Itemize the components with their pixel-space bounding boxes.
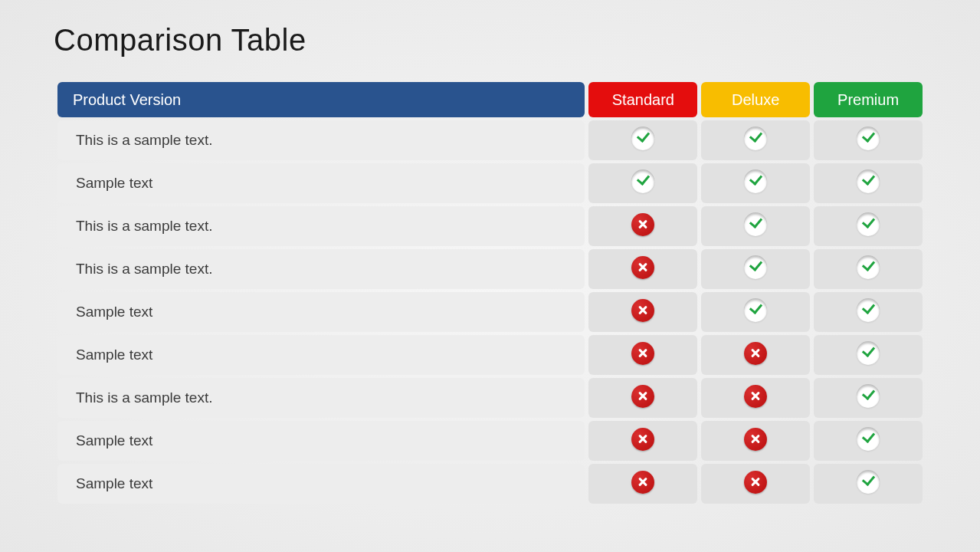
page-title: Comparison Table [54,23,926,58]
feature-label: Sample text [57,292,585,332]
table-row: Sample text [57,335,923,375]
cell-standard [588,206,697,246]
cross-icon [631,341,655,366]
check-icon [743,212,768,237]
cell-premium [814,120,923,160]
table-row: This is a sample text. [57,249,923,289]
cross-icon [631,384,655,409]
cell-premium [814,378,923,418]
table-row: This is a sample text. [57,206,923,246]
check-icon [631,169,655,194]
cell-standard [588,292,697,332]
check-icon [631,127,655,151]
comparison-table: Product Version Standard Deluxe Premium … [54,79,926,507]
check-icon [856,169,880,194]
check-icon [856,212,880,237]
feature-label: This is a sample text. [57,249,585,289]
cell-deluxe [701,163,810,203]
table-row: Sample text [57,292,923,332]
cell-standard [588,120,697,160]
cell-standard [588,335,697,375]
table-row: Sample text [57,421,923,461]
feature-label: Sample text [57,163,585,203]
table-row: Sample text [57,163,923,203]
cell-standard [588,163,697,203]
feature-label: This is a sample text. [57,206,585,246]
check-icon [856,341,880,366]
check-icon [743,127,768,151]
cross-icon [631,212,655,237]
header-deluxe: Deluxe [701,82,810,117]
cell-deluxe [701,120,810,160]
check-icon [743,255,768,280]
cross-icon [743,427,768,452]
cross-icon [743,470,768,495]
cell-deluxe [701,249,810,289]
check-icon [743,169,768,194]
cell-deluxe [701,464,810,504]
cell-deluxe [701,421,810,461]
cell-standard [588,249,697,289]
check-icon [743,298,768,323]
cell-standard [588,378,697,418]
cross-icon [631,470,655,495]
cross-icon [743,341,768,366]
cross-icon [743,384,768,409]
cell-standard [588,421,697,461]
cross-icon [631,298,655,323]
table-row: Sample text [57,464,923,504]
slide: Comparison Table Product Version Standar… [0,0,980,507]
cell-deluxe [701,378,810,418]
table-header-row: Product Version Standard Deluxe Premium [57,82,923,117]
header-standard: Standard [588,82,697,117]
cell-deluxe [701,335,810,375]
cell-premium [814,464,923,504]
header-premium: Premium [814,82,923,117]
check-icon [856,470,880,495]
feature-label: Sample text [57,335,585,375]
cross-icon [631,255,655,280]
feature-label: This is a sample text. [57,378,585,418]
feature-label: Sample text [57,464,585,504]
cell-premium [814,421,923,461]
cell-deluxe [701,292,810,332]
check-icon [856,127,880,151]
cell-premium [814,249,923,289]
cell-deluxe [701,206,810,246]
cell-standard [588,464,697,504]
feature-label: Sample text [57,421,585,461]
feature-label: This is a sample text. [57,120,585,160]
cell-premium [814,206,923,246]
cell-premium [814,292,923,332]
cell-premium [814,335,923,375]
cross-icon [631,427,655,452]
check-icon [856,255,880,280]
check-icon [856,298,880,323]
header-product-version: Product Version [57,82,585,117]
cell-premium [814,163,923,203]
table-row: This is a sample text. [57,378,923,418]
check-icon [856,384,880,409]
check-icon [856,427,880,452]
table-row: This is a sample text. [57,120,923,160]
